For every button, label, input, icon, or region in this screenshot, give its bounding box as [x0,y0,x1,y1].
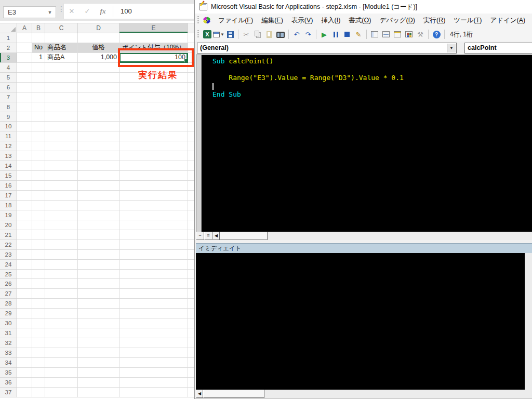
cell-A12[interactable] [17,141,32,151]
column-header-A[interactable]: A [17,23,32,33]
cell-C6[interactable] [45,83,78,92]
full-module-view-button[interactable]: ≡ [204,232,212,240]
column-header-E[interactable]: E [119,23,188,33]
menu-6[interactable]: デバッグ(D) [375,14,419,27]
properties-window-icon[interactable] [380,29,392,40]
row-header-30[interactable]: 30 [0,318,17,328]
cell-E18[interactable] [119,201,188,210]
cell-D3[interactable]: 1,000 [78,53,119,63]
cell-D4[interactable] [78,63,119,73]
cell-B5[interactable] [32,73,45,83]
cell-F29[interactable] [188,309,194,318]
row-header-15[interactable]: 15 [0,171,17,181]
design-mode-icon[interactable]: ✎ [353,29,364,40]
row-header-20[interactable]: 20 [0,220,17,230]
row-header-22[interactable]: 22 [0,240,17,250]
cell-D21[interactable] [78,230,119,240]
cell-A35[interactable] [17,368,32,378]
cell-D20[interactable] [78,220,119,230]
cell-F10[interactable] [188,122,194,131]
cell-A23[interactable] [17,250,32,260]
cell-A9[interactable] [17,112,32,122]
code-horizontal-scrollbar[interactable]: ◀ [212,232,532,240]
cell-D12[interactable] [78,141,119,151]
row-header-28[interactable]: 28 [0,299,17,309]
cell-E20[interactable] [119,220,188,230]
row-header-33[interactable]: 33 [0,348,17,358]
cell-F8[interactable] [188,102,194,112]
cell-E8[interactable] [119,102,188,112]
cell-E7[interactable] [119,92,188,102]
column-header-D[interactable]: D [78,23,119,33]
cell-F37[interactable] [188,388,194,397]
cell-A20[interactable] [17,220,32,230]
cell-B9[interactable] [32,112,45,122]
row-header-17[interactable]: 17 [0,191,17,201]
cell-C27[interactable] [45,289,78,299]
cell-E22[interactable] [119,240,188,250]
cell-C18[interactable] [45,201,78,210]
name-box-dropdown-icon[interactable]: ▼ [44,10,56,15]
cell-E10[interactable] [119,122,188,131]
row-header-21[interactable]: 21 [0,230,17,240]
cell-D9[interactable] [78,112,119,122]
cell-A30[interactable] [17,318,32,328]
cell-D7[interactable] [78,92,119,102]
forms-icon[interactable]: ⚒ [415,29,426,40]
cell-C23[interactable] [45,250,78,260]
column-header-B[interactable]: B [32,23,45,33]
row-header-34[interactable]: 34 [0,358,17,368]
cell-E21[interactable] [119,230,188,240]
cell-B30[interactable] [32,318,45,328]
find-icon[interactable] [275,29,286,40]
cell-C12[interactable] [45,141,78,151]
cell-B27[interactable] [32,289,45,299]
cell-E13[interactable] [119,151,188,161]
cell-B2[interactable]: No [32,43,45,53]
cell-F36[interactable] [188,378,194,388]
cell-E24[interactable] [119,260,188,270]
cell-B8[interactable] [32,102,45,112]
cell-B34[interactable] [32,358,45,368]
object-browser-icon[interactable] [392,29,403,40]
cell-F13[interactable] [188,151,194,161]
cell-D10[interactable] [78,122,119,131]
cell-F7[interactable] [188,92,194,102]
row-header-14[interactable]: 14 [0,161,17,171]
redo-icon[interactable]: ↷ [302,29,314,40]
cell-B32[interactable] [32,338,45,348]
object-dropdown-arrow-icon[interactable]: ▼ [447,44,456,52]
cell-A27[interactable] [17,289,32,299]
cell-F23[interactable] [188,250,194,260]
row-header-5[interactable]: 5 [0,73,17,83]
cell-C2[interactable]: 商品名 [45,43,78,53]
cell-C5[interactable] [45,73,78,83]
code-line-5[interactable]: End Sub [212,90,532,99]
cell-E25[interactable] [119,270,188,280]
cell-C14[interactable] [45,161,78,171]
view-excel-icon[interactable]: X [202,29,213,40]
menu-7[interactable]: 実行(R) [419,14,449,27]
cell-D29[interactable] [78,309,119,318]
menu-10[interactable]: ウィンドウ(W) [529,14,532,27]
cell-E30[interactable] [119,318,188,328]
scroll-left-icon[interactable]: ◀ [196,390,203,398]
cell-C33[interactable] [45,348,78,358]
immediate-horizontal-scrollbar[interactable]: ◀ [196,390,532,398]
cell-F26[interactable] [188,279,194,289]
cell-A37[interactable] [17,388,32,397]
row-header-29[interactable]: 29 [0,309,17,318]
reset-icon[interactable] [341,29,353,40]
cell-F35[interactable] [188,368,194,378]
cell-B26[interactable] [32,279,45,289]
cell-B10[interactable] [32,122,45,131]
cell-D31[interactable] [78,328,119,338]
cell-F16[interactable] [188,181,194,191]
cell-D30[interactable] [78,318,119,328]
cell-B19[interactable] [32,210,45,220]
cell-A33[interactable] [17,348,32,358]
cell-B14[interactable] [32,161,45,171]
immediate-hscroll-thumb[interactable] [203,390,264,398]
cell-C31[interactable] [45,328,78,338]
vba-titlebar[interactable]: Microsoft Visual Basic for Applications … [195,0,532,14]
